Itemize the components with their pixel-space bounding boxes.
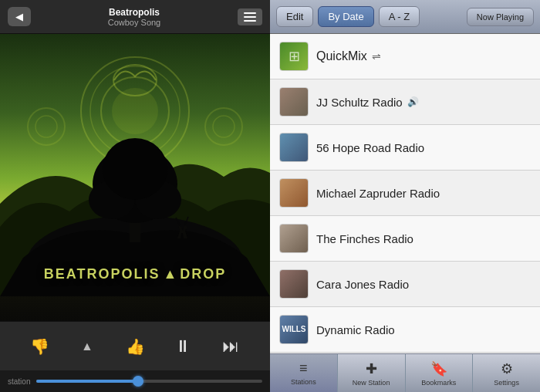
station-name-finches: The Finches Radio: [316, 232, 413, 245]
album-art: BEATROPOLIS ▲ DROP: [0, 34, 270, 321]
stations-tab-label: Stations: [291, 378, 316, 386]
drop-label: DROP: [180, 266, 226, 282]
station-name-cara-jones: Cara Jones Radio: [316, 278, 409, 291]
album-art-background: BEATROPOLIS ▲ DROP: [0, 34, 270, 321]
progress-fill: [36, 380, 138, 383]
progress-bar-container: station: [0, 370, 270, 392]
back-icon: ◀: [15, 11, 23, 22]
thumb-up-icon: 👍: [126, 337, 145, 356]
a-z-button[interactable]: A - Z: [379, 6, 420, 27]
station-thumb-dynamic: WILLS: [279, 315, 309, 344]
top-bar: ◀ Beatropolis Cowboy Song: [0, 0, 270, 34]
stations-icon: ≡: [299, 360, 308, 377]
album-art-svg: [0, 34, 270, 296]
bookmarks-icon: 🔖: [430, 360, 447, 377]
station-item-cara-jones[interactable]: Cara Jones Radio: [270, 262, 540, 307]
beatropolis-label: BEATROPOLIS: [44, 266, 160, 282]
arrow-up-button[interactable]: ▲: [72, 331, 103, 362]
new-station-icon: ✚: [366, 360, 377, 377]
tab-bookmarks[interactable]: 🔖 Bookmarks: [406, 354, 474, 392]
station-item-56-hope[interactable]: 56 Hope Road Radio: [270, 125, 540, 171]
arrow-up-icon: ▲: [81, 340, 93, 353]
album-title-overlay: BEATROPOLIS ▲ DROP: [0, 266, 270, 282]
artist-label: Beatropolis: [31, 7, 238, 18]
settings-icon: ⚙: [501, 360, 513, 377]
new-station-tab-label: New Station: [353, 379, 390, 387]
back-button[interactable]: ◀: [8, 7, 31, 26]
station-thumb-jj-schultz: [279, 87, 309, 117]
station-item-jj-schultz[interactable]: JJ Schultz Radio 🔊: [270, 79, 540, 125]
station-item-finches[interactable]: The Finches Radio: [270, 216, 540, 262]
station-progress-label: station: [8, 377, 30, 386]
right-top-bar: Edit By Date A - Z Now Playing: [270, 0, 540, 34]
tab-new-station[interactable]: ✚ New Station: [338, 354, 406, 392]
logo-arrow-icon: ▲: [163, 266, 177, 282]
station-name-michael-zapruder: Michael Zapruder Radio: [316, 187, 440, 200]
right-panel: Edit By Date A - Z Now Playing ⊞ QuickMi…: [270, 0, 540, 392]
progress-track[interactable]: [36, 380, 262, 383]
now-playing-button[interactable]: Now Playing: [467, 8, 534, 26]
svg-point-15: [103, 138, 167, 200]
song-label: Cowboy Song: [31, 18, 238, 27]
thumb-down-icon: 👎: [30, 337, 49, 356]
station-name-jj-schultz: JJ Schultz Radio: [316, 96, 403, 109]
tab-settings[interactable]: ⚙ Settings: [473, 354, 540, 392]
controls-bar: 👎 ▲ 👍 ⏸ ⏭: [0, 321, 270, 370]
now-playing-info: Beatropolis Cowboy Song: [31, 7, 238, 27]
thumb-down-button[interactable]: 👎: [24, 331, 55, 362]
station-item-michael-zapruder[interactable]: Michael Zapruder Radio: [270, 171, 540, 216]
station-thumb-quickmix: ⊞: [279, 42, 309, 71]
station-thumb-cara-jones: [279, 269, 309, 299]
station-thumb-56-hope: [279, 133, 309, 162]
volume-icon: 🔊: [407, 96, 419, 107]
edit-button[interactable]: Edit: [276, 6, 313, 27]
menu-button[interactable]: [238, 8, 262, 25]
menu-line-2: [244, 16, 256, 18]
play-pause-button[interactable]: ⏸: [167, 331, 198, 362]
station-item-quickmix[interactable]: ⊞ QuickMix ⇌: [270, 34, 540, 79]
quickmix-icon: ⊞: [289, 48, 300, 65]
station-thumb-finches: [279, 224, 309, 253]
station-thumb-michael-zapruder: [279, 178, 309, 208]
stations-list: ⊞ QuickMix ⇌ JJ Schultz Radio 🔊 56 Hope …: [270, 34, 540, 353]
progress-thumb[interactable]: [133, 376, 143, 387]
skip-button[interactable]: ⏭: [215, 331, 246, 362]
settings-tab-label: Settings: [494, 379, 519, 387]
menu-line-1: [244, 12, 256, 14]
play-pause-icon: ⏸: [174, 336, 191, 357]
station-name-56-hope: 56 Hope Road Radio: [316, 141, 424, 154]
menu-line-3: [244, 20, 256, 22]
tab-stations[interactable]: ≡ Stations: [270, 354, 338, 392]
by-date-button[interactable]: By Date: [318, 6, 373, 27]
station-name-quickmix: QuickMix: [316, 49, 367, 63]
skip-icon: ⏭: [222, 336, 239, 357]
bottom-tab-bar: ≡ Stations ✚ New Station 🔖 Bookmarks ⚙ S…: [270, 353, 540, 392]
dynamic-thumb-text: WILLS: [282, 326, 305, 333]
left-panel: ◀ Beatropolis Cowboy Song: [0, 0, 270, 392]
shuffle-icon: ⇌: [372, 50, 381, 63]
thumb-up-button[interactable]: 👍: [120, 331, 150, 362]
station-item-dynamic[interactable]: WILLS Dynamic Radio: [270, 307, 540, 353]
bookmarks-tab-label: Bookmarks: [421, 379, 456, 387]
station-name-dynamic: Dynamic Radio: [316, 323, 395, 336]
